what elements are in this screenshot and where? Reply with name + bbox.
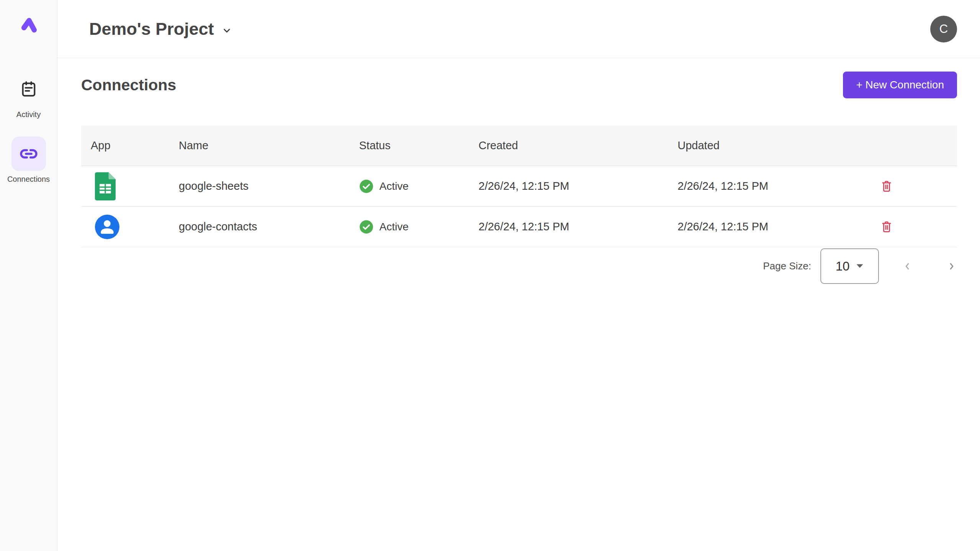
column-header-app: App — [81, 139, 169, 152]
connections-table: App Name Status Created Updated — [81, 126, 957, 247]
app-root: Activity Connections Demo's Project — [0, 0, 980, 551]
trash-icon — [880, 179, 893, 193]
page-head: Connections + New Connection — [81, 71, 957, 99]
actions-cell — [867, 179, 957, 193]
trash-icon — [880, 220, 893, 234]
table-row[interactable]: google-contacts Active 2/26/24, 12:15 PM… — [81, 207, 957, 247]
status-badge: Active — [379, 180, 408, 192]
updated-cell: 2/26/24, 12:15 PM — [668, 220, 867, 233]
column-header-updated: Updated — [668, 139, 867, 152]
main-column: Demo's Project C Connections + New Conne… — [57, 0, 980, 551]
connection-name: google-contacts — [169, 220, 350, 233]
table-row[interactable]: google-sheets Active 2/26/24, 12:15 PM 2… — [81, 166, 957, 207]
content: Connections + New Connection App Name St… — [57, 58, 980, 551]
next-page-button[interactable] — [946, 261, 957, 272]
chevron-right-icon — [946, 261, 957, 272]
caret-down-icon — [856, 264, 864, 269]
avatar[interactable]: C — [930, 16, 957, 42]
page-size-label: Page Size: — [763, 260, 811, 272]
new-connection-button[interactable]: + New Connection — [843, 72, 957, 98]
column-header-created: Created — [469, 139, 668, 152]
topbar: Demo's Project C — [57, 0, 980, 58]
pagination: Page Size: 10 — [81, 248, 957, 284]
brand-logo-icon — [20, 17, 38, 33]
google-sheets-icon — [95, 172, 116, 201]
updated-cell: 2/26/24, 12:15 PM — [668, 180, 867, 192]
created-cell: 2/26/24, 12:15 PM — [469, 180, 668, 192]
avatar-initial: C — [939, 22, 948, 36]
column-header-name: Name — [169, 139, 350, 152]
connection-name: google-sheets — [169, 180, 350, 192]
delete-connection-button[interactable] — [880, 220, 893, 234]
link-icon — [19, 144, 39, 164]
status-cell: Active — [350, 179, 469, 194]
google-contacts-icon — [95, 215, 119, 239]
app-cell — [81, 172, 169, 201]
delete-connection-button[interactable] — [880, 179, 893, 193]
table-header-row: App Name Status Created Updated — [81, 126, 957, 166]
app-logo[interactable] — [20, 17, 38, 33]
previous-page-button[interactable] — [902, 261, 913, 272]
created-cell: 2/26/24, 12:15 PM — [469, 220, 668, 233]
project-switcher[interactable]: Demo's Project — [89, 19, 232, 39]
calendar-icon — [20, 80, 38, 98]
chevron-left-icon — [902, 261, 913, 272]
sidebar-item-connections[interactable]: Connections — [0, 137, 57, 184]
column-header-status: Status — [350, 139, 469, 152]
sidebar-item-activity[interactable]: Activity — [0, 72, 57, 119]
sidebar: Activity Connections — [0, 0, 57, 551]
check-circle-icon — [359, 220, 374, 234]
status-cell: Active — [350, 220, 469, 234]
sidebar-item-label: Activity — [16, 110, 41, 119]
app-cell — [81, 215, 169, 239]
check-circle-icon — [359, 179, 374, 194]
status-badge: Active — [379, 221, 408, 233]
sidebar-item-label: Connections — [7, 175, 50, 184]
sidebar-nav: Activity Connections — [0, 72, 57, 184]
page-size-select[interactable]: 10 — [820, 248, 879, 284]
connections-icon-box — [11, 137, 46, 171]
page-title: Connections — [81, 76, 176, 94]
chevron-down-icon — [222, 25, 232, 36]
page-size-value: 10 — [836, 259, 850, 274]
project-name: Demo's Project — [89, 19, 214, 39]
activity-icon-box — [11, 72, 46, 106]
actions-cell — [867, 220, 957, 234]
